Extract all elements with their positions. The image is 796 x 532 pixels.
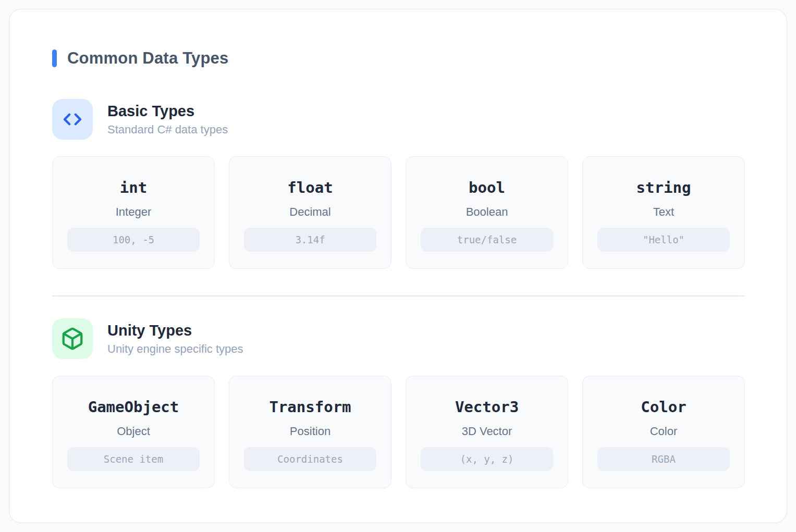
type-example: RGBA [597,447,730,471]
type-label: 3D Vector [462,425,512,438]
type-name: Vector3 [455,398,519,416]
type-label: Color [650,425,678,438]
type-label: Object [117,425,150,438]
section-subtitle: Standard C# data types [107,123,228,137]
type-label: Boolean [466,205,508,219]
basic-types-grid: int Integer 100, -5 float Decimal 3.14f … [52,156,745,269]
type-name: Transform [269,398,351,416]
code-brackets-icon [52,99,93,140]
type-name: Color [641,398,686,416]
section-title: Unity Types [107,322,243,339]
type-example: true/false [421,228,553,252]
page-header: Common Data Types [52,49,745,68]
type-label: Position [290,425,330,438]
type-example: 100, -5 [67,228,200,252]
unity-types-grid: GameObject Object Scene item Transform P… [52,376,745,488]
type-card-gameobject: GameObject Object Scene item [52,376,215,488]
type-example: (x, y, z) [421,447,553,471]
type-card-vector3: Vector3 3D Vector (x, y, z) [406,376,568,488]
type-name: int [120,179,147,196]
section-divider [52,295,745,296]
type-card-string: string Text "Hello" [582,156,745,269]
cube-icon [52,318,93,359]
section-title: Basic Types [107,103,228,120]
type-example: Coordinates [244,447,376,471]
type-name: float [287,179,333,196]
type-label: Decimal [289,205,330,219]
type-example: Scene item [67,447,200,471]
type-name: GameObject [88,398,179,416]
type-card-bool: bool Boolean true/false [406,156,568,269]
type-card-color: Color Color RGBA [582,376,745,488]
type-card-transform: Transform Position Coordinates [229,376,391,488]
title-accent-bar [52,50,57,67]
type-label: Text [653,205,674,219]
type-name: string [636,179,691,196]
type-card-float: float Decimal 3.14f [229,156,391,269]
type-name: bool [469,179,505,196]
section-header-unity-types: Unity Types Unity engine specific types [52,318,745,359]
type-example: 3.14f [244,228,376,252]
type-example: "Hello" [597,228,730,252]
page-title: Common Data Types [67,49,228,68]
type-label: Integer [116,205,152,219]
section-header-basic-types: Basic Types Standard C# data types [52,99,745,140]
section-subtitle: Unity engine specific types [107,342,243,356]
content-panel: Common Data Types Basic Types Standard C… [9,9,787,523]
type-card-int: int Integer 100, -5 [52,156,215,269]
